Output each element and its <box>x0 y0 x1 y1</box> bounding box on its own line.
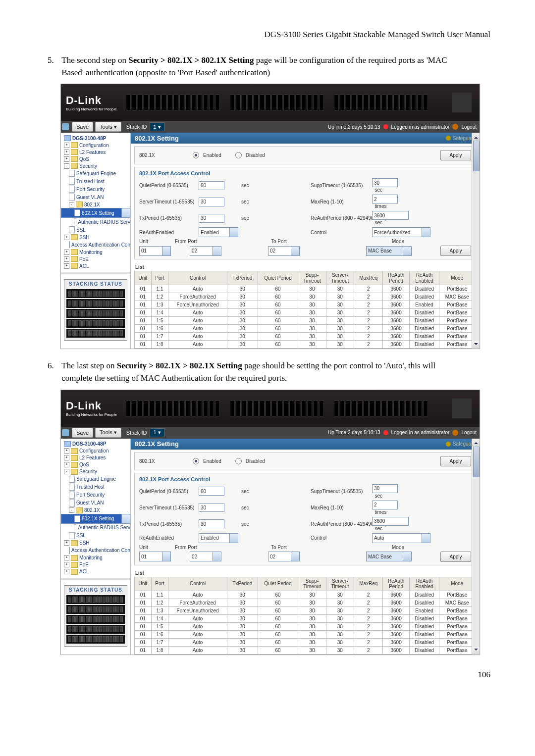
tree-item[interactable]: +SSH <box>61 540 130 547</box>
tree-item[interactable]: -Security <box>61 162 130 169</box>
tx-period-input[interactable]: 30 <box>199 519 224 528</box>
table-row[interactable]: 011:8Auto3060303023600DisabledPortBase <box>135 341 475 349</box>
table-row[interactable]: 011:1Auto3060303023600DisabledPortBase <box>135 591 475 599</box>
tree-item[interactable]: +Configuration <box>61 142 130 149</box>
maxreq-input[interactable]: 2 <box>372 195 398 203</box>
scroll-up-icon[interactable] <box>472 439 480 446</box>
table-row[interactable]: 011:2ForceAuthorized3060303023600Disable… <box>135 599 475 606</box>
tree-item[interactable]: +L2 Features <box>61 149 130 155</box>
table-row[interactable]: 011:6Auto3060303023600DisabledPortBase <box>135 630 475 638</box>
tree-item[interactable]: 802.1X Setting <box>61 514 130 524</box>
expand-icon[interactable]: + <box>64 235 69 240</box>
mode-select[interactable]: MAC Base <box>366 552 412 561</box>
tree-root[interactable]: DGS-3100-48P <box>61 135 130 142</box>
tree-item[interactable]: -Security <box>61 468 130 475</box>
tree-item[interactable]: Trusted Host <box>61 177 130 185</box>
table-row[interactable]: 011:1Auto3060303023600DisabledPortBase <box>135 285 475 293</box>
expand-icon[interactable]: + <box>64 156 69 162</box>
logout-link[interactable]: Logout <box>461 430 477 435</box>
quiet-period-input[interactable]: 60 <box>199 181 224 190</box>
supp-timeout-input[interactable]: 30 <box>372 178 398 187</box>
tree-item[interactable]: +Monitoring <box>61 249 130 255</box>
tree-item[interactable]: Safeguard Engine <box>61 475 130 483</box>
from-port-select[interactable]: 02 <box>190 552 221 561</box>
expand-icon[interactable]: - <box>64 469 69 474</box>
logout-icon[interactable] <box>452 430 458 436</box>
tree-item[interactable]: +Configuration <box>61 448 130 454</box>
tree-item[interactable]: +QoS <box>61 155 130 162</box>
expand-icon[interactable]: - <box>69 507 74 513</box>
from-port-select[interactable]: 02 <box>190 246 221 256</box>
reauth-period-input[interactable]: 3600 <box>372 211 409 220</box>
tree-item[interactable]: +QoS <box>61 461 130 468</box>
expand-icon[interactable]: + <box>64 448 69 454</box>
radio-disabled[interactable] <box>235 458 242 464</box>
table-row[interactable]: 011:5Auto3060303023600DisabledPortBase <box>135 622 475 630</box>
save-icon[interactable] <box>62 123 69 130</box>
radio-disabled[interactable] <box>235 152 242 158</box>
tree-item[interactable]: Access Authentication Con <box>61 241 130 249</box>
expand-icon[interactable]: + <box>64 455 69 460</box>
expand-icon[interactable]: + <box>64 263 69 269</box>
expand-icon[interactable]: + <box>64 569 69 574</box>
tree-item[interactable]: Trusted Host <box>61 483 130 491</box>
quiet-period-input[interactable]: 60 <box>199 487 224 496</box>
table-row[interactable]: 011:8Auto3060303023600DisabledPortBase <box>135 646 475 654</box>
scroll-thumb[interactable] <box>473 447 480 477</box>
logout-icon[interactable] <box>452 124 458 130</box>
apply-button-2[interactable]: Apply <box>440 246 471 256</box>
table-row[interactable]: 011:6Auto3060303023600DisabledPortBase <box>135 325 475 333</box>
expand-icon[interactable]: + <box>64 462 69 467</box>
tree-item[interactable]: -802.1X <box>61 507 130 514</box>
scroll-down-icon[interactable] <box>472 647 480 655</box>
tree-item[interactable]: +ACL <box>61 262 130 269</box>
table-row[interactable]: 011:4Auto3060303023600DisabledPortBase <box>135 614 475 622</box>
tree-item[interactable]: Port Security <box>61 491 130 499</box>
tree-item[interactable]: Authentic RADIUS Serv <box>61 524 130 532</box>
supp-timeout-input[interactable]: 30 <box>372 484 398 493</box>
scroll-up-icon[interactable] <box>472 133 480 140</box>
tree-item[interactable]: 802.1X Setting <box>61 208 130 218</box>
stackid-select[interactable]: 1 ▾ <box>150 428 164 437</box>
tree-item[interactable]: SSL <box>61 226 130 234</box>
expand-icon[interactable]: + <box>64 143 69 148</box>
mode-select[interactable]: MAC Base <box>366 246 412 256</box>
scrollbar[interactable] <box>472 133 480 349</box>
tree-item[interactable]: Access Authentication Con <box>61 547 130 554</box>
save-button[interactable]: Save <box>72 122 93 132</box>
tree-item[interactable]: -802.1X <box>61 201 130 208</box>
tree-item[interactable]: +Monitoring <box>61 554 130 561</box>
tree-item[interactable]: Port Security <box>61 185 130 193</box>
tree-item[interactable]: Guest VLAN <box>61 193 130 201</box>
expand-icon[interactable]: + <box>64 150 69 155</box>
tree-item[interactable]: +PoE <box>61 561 130 568</box>
tree-item[interactable]: Safeguard Engine <box>61 169 130 177</box>
tree-item[interactable]: Authentic RADIUS Serv <box>61 218 130 226</box>
scroll-thumb[interactable] <box>473 141 480 171</box>
control-select[interactable]: Auto <box>372 533 430 543</box>
tree-item[interactable]: +SSH <box>61 234 130 241</box>
save-icon[interactable] <box>62 429 69 436</box>
save-button[interactable]: Save <box>72 428 93 438</box>
table-row[interactable]: 011:2ForceAuthorized3060303023600Disable… <box>135 293 475 301</box>
to-port-select[interactable]: 02 <box>268 246 300 256</box>
stackid-select[interactable]: 1 ▾ <box>150 122 164 131</box>
table-row[interactable]: 011:5Auto3060303023600DisabledPortBase <box>135 317 475 325</box>
expand-icon[interactable]: + <box>64 540 69 546</box>
apply-button-1[interactable]: Apply <box>440 150 471 160</box>
logout-link[interactable]: Logout <box>461 124 477 130</box>
expand-icon[interactable]: + <box>64 250 69 255</box>
table-row[interactable]: 011:3ForceUnauthorized3060303023600Enabl… <box>135 301 475 309</box>
tools-button[interactable]: Tools ▾ <box>95 122 121 132</box>
tree-root[interactable]: DGS-3100-48P <box>61 441 130 448</box>
table-row[interactable]: 011:7Auto3060303023600DisabledPortBase <box>135 333 475 341</box>
tree-item[interactable]: +PoE <box>61 255 130 262</box>
tree-item[interactable]: SSL <box>61 532 130 540</box>
radio-enabled[interactable] <box>193 152 199 158</box>
expand-icon[interactable]: + <box>64 256 69 262</box>
scroll-down-icon[interactable] <box>472 341 480 349</box>
control-select[interactable]: ForceAuthorized <box>372 227 430 237</box>
table-row[interactable]: 011:4Auto3060303023600DisabledPortBase <box>135 309 475 317</box>
maxreq-input[interactable]: 2 <box>372 501 398 509</box>
unit-select[interactable]: 01 <box>139 552 171 561</box>
